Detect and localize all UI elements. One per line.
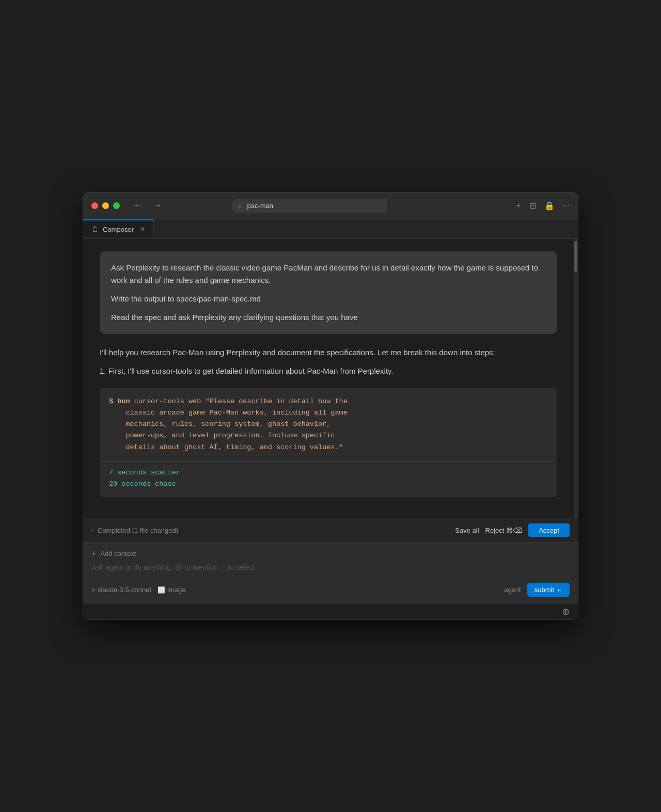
tab-close-button[interactable]: ✕	[140, 226, 145, 233]
code-block: $ bun cursor-tools web "Please describe …	[100, 388, 557, 461]
lock-icon[interactable]: 🔒	[544, 201, 555, 211]
code-line: $ bun cursor-tools web "Please describe …	[109, 396, 548, 453]
ai-step1: 1. First, I'll use cursor-tools to get d…	[100, 365, 557, 377]
tabbar: 🗒 Composer ✕	[83, 219, 578, 239]
app-window: ← → ⌕ pac-man + ⊟ 🔒 ··· 🗒 Composer ✕ Ask…	[83, 192, 578, 620]
close-window-button[interactable]	[91, 202, 98, 209]
user-message-line1: Ask Perplexity to research the classic v…	[111, 262, 546, 286]
code-container: $ bun cursor-tools web "Please describe …	[100, 388, 557, 498]
chat-input[interactable]: Ask agent to do anything, @ to mention, …	[91, 563, 570, 576]
zoom-button[interactable]: ⊕	[562, 606, 570, 617]
scrollbar-thumb[interactable]	[574, 241, 577, 272]
maximize-window-button[interactable]	[113, 202, 120, 209]
nav-buttons: ← →	[130, 199, 165, 212]
tab-composer-icon: 🗒	[91, 225, 99, 233]
titlebar-actions: + ⊟ 🔒 ···	[516, 201, 570, 211]
reject-button[interactable]: Reject ⌘⌫	[485, 527, 522, 534]
main-content: Ask Perplexity to research the classic v…	[83, 239, 578, 518]
accept-button[interactable]: Accept	[528, 523, 570, 537]
plus-icon: +	[91, 549, 96, 558]
search-bar[interactable]: ⌕ pac-man	[232, 199, 387, 213]
output-line1: 7 seconds scatter	[109, 467, 548, 479]
completed-section: › Completed (1 file changed)	[91, 527, 178, 534]
model-selector-button[interactable]: ∨ claude-3.5-sonnet	[91, 586, 151, 594]
footer-right: agent submit ↵	[504, 583, 570, 597]
minimize-window-button[interactable]	[102, 202, 109, 209]
more-options-icon[interactable]: ···	[563, 201, 570, 211]
model-selector: ∨ claude-3.5-sonnet ⬜ image	[91, 586, 186, 594]
traffic-lights	[91, 202, 120, 209]
add-context-label: Add context	[100, 550, 136, 558]
toolbar-actions: Save all Reject ⌘⌫ Accept	[455, 523, 570, 537]
output-line2: 20 seconds chase	[109, 479, 548, 490]
image-label: image	[167, 586, 185, 594]
code-output: 7 seconds scatter 20 seconds chase	[100, 461, 557, 498]
add-context-button[interactable]: + Add context	[91, 549, 570, 558]
save-all-button[interactable]: Save all	[455, 527, 479, 534]
search-icon: ⌕	[239, 202, 243, 210]
scrollbar[interactable]	[574, 239, 578, 518]
code-prompt: $	[109, 397, 113, 405]
completed-text: Completed (1 file changed)	[98, 527, 178, 534]
search-text: pac-man	[247, 202, 273, 210]
user-message-line3: Read the spec and ask Perplexity any cla…	[111, 311, 546, 324]
code-command: bun	[117, 397, 130, 405]
model-name-label: claude-3.5-sonnet	[98, 586, 151, 594]
user-message-line2: Write the output to specs/pac-man-spec.m…	[111, 293, 546, 305]
content-area: Ask Perplexity to research the classic v…	[83, 239, 574, 518]
statusbar: ⊕	[83, 603, 578, 619]
add-tab-icon[interactable]: +	[516, 201, 521, 211]
forward-button[interactable]: →	[150, 199, 165, 212]
code-string: "Please describe in detail how the class…	[109, 397, 348, 451]
titlebar: ← → ⌕ pac-man + ⊟ 🔒 ···	[83, 193, 578, 219]
code-args: cursor-tools web	[134, 397, 201, 405]
tab-label: Composer	[103, 226, 134, 233]
ai-response: I'll help you research Pac-Man using Per…	[100, 346, 557, 377]
enter-icon: ↵	[557, 586, 562, 594]
bottom-toolbar: › Completed (1 file changed) Save all Re…	[83, 518, 578, 542]
model-chevron-icon: ∨	[91, 586, 96, 593]
composer-tab[interactable]: 🗒 Composer ✕	[83, 219, 154, 238]
ai-intro: I'll help you research Pac-Man using Per…	[100, 346, 557, 359]
image-button[interactable]: ⬜ image	[158, 586, 185, 594]
user-message: Ask Perplexity to research the classic v…	[100, 251, 557, 334]
input-area: + Add context Ask agent to do anything, …	[83, 542, 578, 603]
agent-label: agent	[504, 586, 521, 594]
image-icon: ⬜	[158, 586, 165, 594]
expand-icon[interactable]: ›	[91, 527, 93, 534]
back-button[interactable]: ←	[130, 199, 146, 212]
submit-label: submit	[534, 586, 554, 594]
split-editor-icon[interactable]: ⊟	[529, 201, 536, 211]
submit-button[interactable]: submit ↵	[527, 583, 570, 597]
input-footer: ∨ claude-3.5-sonnet ⬜ image agent submit…	[91, 583, 570, 597]
